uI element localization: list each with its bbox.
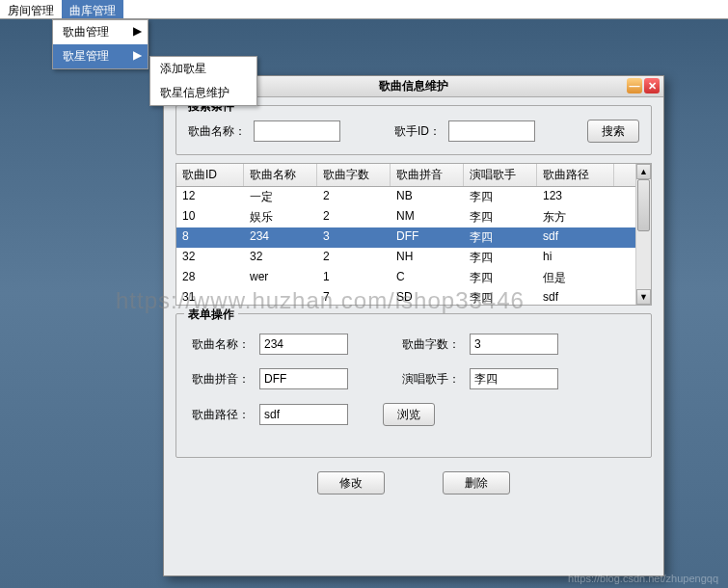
submenu-item-songs[interactable]: 歌曲管理 ▶ — [53, 20, 148, 44]
group-search: 搜索条件 歌曲名称： 歌手ID： 搜索 — [175, 105, 652, 155]
modify-button[interactable]: 修改 — [317, 471, 385, 494]
table-cell: 234 — [244, 227, 317, 248]
close-icon[interactable]: ✕ — [644, 78, 660, 94]
table-cell: 31 — [176, 288, 244, 305]
table-row[interactable]: 10娱乐2NM李四东方 — [176, 207, 635, 227]
chevron-right-icon: ▶ — [133, 48, 142, 62]
menubar: 房间管理 曲库管理 — [0, 0, 728, 19]
table-cell: wer — [244, 268, 317, 288]
table-cell: sdf — [537, 288, 614, 305]
delete-button[interactable]: 删除 — [443, 471, 510, 494]
table-cell: NH — [391, 248, 464, 268]
table-cell: NB — [391, 187, 464, 207]
table-cell: 32 — [176, 248, 244, 268]
table-cell: DFF — [391, 227, 464, 248]
table-cell: 28 — [176, 268, 244, 288]
label-name: 歌曲名称： — [192, 336, 252, 353]
table-cell: 7 — [317, 288, 391, 305]
label-singer-id: 歌手ID： — [394, 123, 441, 140]
table-cell — [244, 288, 317, 305]
table-cell: 2 — [317, 207, 391, 227]
table-cell: 123 — [537, 187, 614, 207]
table-row[interactable]: 317SD李四sdf — [176, 288, 635, 305]
submenu-songdb: 歌曲管理 ▶ 歌星管理 ▶ — [52, 19, 148, 69]
group-form-title: 表单操作 — [184, 307, 238, 323]
table-cell: hi — [537, 248, 614, 268]
table-cell: 2 — [317, 187, 391, 207]
table-cell: 2 — [317, 248, 391, 268]
menu-songdb[interactable]: 曲库管理 — [62, 0, 123, 18]
submenu-label: 歌星管理 — [63, 49, 109, 63]
song-table: 歌曲ID歌曲名称歌曲字数歌曲拼音演唱歌手歌曲路径 12一定2NB李四12310娱… — [175, 163, 652, 306]
submenu-item-star-maint[interactable]: 歌星信息维护 — [150, 81, 256, 105]
table-cell: C — [391, 268, 464, 288]
submenu-label: 歌曲管理 — [63, 25, 109, 39]
table-cell: sdf — [537, 227, 614, 248]
table-cell: 李四 — [464, 207, 537, 227]
search-button[interactable]: 搜索 — [587, 120, 639, 143]
minimize-icon[interactable]: — — [627, 78, 642, 94]
table-cell: 3 — [317, 227, 391, 248]
form-path-input[interactable] — [259, 404, 348, 425]
menu-room[interactable]: 房间管理 — [0, 0, 62, 18]
label-singer: 演唱歌手： — [402, 371, 462, 388]
table-cell: 东方 — [537, 207, 614, 227]
table-cell: 1 — [317, 268, 391, 288]
dialog-title: 歌曲信息维护 — [379, 78, 448, 94]
column-header[interactable]: 歌曲字数 — [317, 164, 391, 186]
table-cell: 但是 — [537, 268, 614, 288]
table-cell: 李四 — [464, 187, 537, 207]
footer-watermark: https://blog.csdn.net/zhupengqq — [568, 573, 718, 584]
label-path: 歌曲路径： — [192, 407, 252, 423]
submenu-item-stars[interactable]: 歌星管理 ▶ — [53, 44, 148, 68]
label-count: 歌曲字数： — [402, 336, 462, 353]
chevron-right-icon: ▶ — [133, 24, 142, 38]
group-form: 表单操作 歌曲名称： 歌曲字数： 歌曲拼音： 演唱歌手： 歌曲路 — [175, 313, 652, 458]
search-id-input[interactable] — [448, 120, 535, 142]
table-cell: 12 — [176, 187, 244, 207]
table-row[interactable]: 12一定2NB李四123 — [176, 187, 635, 207]
table-cell: 李四 — [464, 227, 537, 248]
table-cell: 娱乐 — [244, 207, 317, 227]
browse-button[interactable]: 浏览 — [383, 403, 435, 426]
table-row[interactable]: 32322NH李四hi — [176, 248, 635, 268]
table-cell: 李四 — [464, 248, 537, 268]
search-name-input[interactable] — [254, 120, 340, 142]
table-row[interactable]: 28wer1C李四但是 — [176, 268, 635, 288]
table-cell: 8 — [176, 227, 244, 248]
column-header[interactable]: 歌曲名称 — [244, 164, 317, 186]
column-header[interactable]: 歌曲路径 — [537, 164, 614, 186]
table-cell: NM — [391, 207, 464, 227]
table-cell: 32 — [244, 248, 317, 268]
table-cell: SD — [391, 288, 464, 305]
table-row[interactable]: 82343DFF李四sdf — [176, 227, 635, 248]
form-singer-input[interactable] — [470, 368, 558, 389]
column-header[interactable]: 歌曲ID — [176, 164, 244, 186]
scroll-up-icon[interactable]: ▲ — [636, 164, 651, 179]
form-count-input[interactable] — [470, 334, 558, 355]
table-cell: 一定 — [244, 187, 317, 207]
table-scrollbar[interactable]: ▲ ▼ — [635, 164, 651, 305]
column-header[interactable]: 演唱歌手 — [464, 164, 537, 186]
label-song-name: 歌曲名称： — [188, 123, 246, 140]
column-header[interactable]: 歌曲拼音 — [391, 164, 464, 186]
table-cell: 李四 — [464, 268, 537, 288]
scroll-down-icon[interactable]: ▼ — [636, 289, 651, 305]
scroll-thumb[interactable] — [637, 179, 650, 231]
form-pinyin-input[interactable] — [259, 368, 348, 389]
table-cell: 10 — [176, 207, 244, 227]
label-pinyin: 歌曲拼音： — [192, 371, 252, 388]
dialog-song-info: 歌曲信息维护 — ✕ 搜索条件 歌曲名称： 歌手ID： 搜索 歌曲ID歌曲名称歌… — [163, 75, 664, 576]
table-cell: 李四 — [464, 288, 537, 305]
submenu-stars: 添加歌星 歌星信息维护 — [149, 56, 257, 106]
form-name-input[interactable] — [259, 334, 348, 355]
submenu-item-add-star[interactable]: 添加歌星 — [150, 57, 256, 81]
